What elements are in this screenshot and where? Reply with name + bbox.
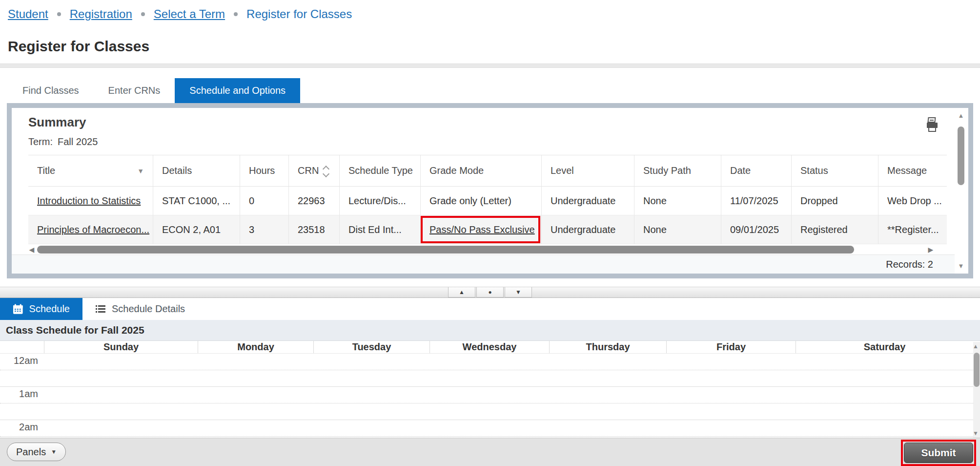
day-header-monday: Monday: [198, 341, 313, 353]
horizontal-scrollbar-track[interactable]: [37, 246, 925, 254]
submit-highlight-box: Submit: [901, 440, 976, 466]
column-menu-icon[interactable]: ▼: [137, 167, 144, 175]
vertical-scrollbar[interactable]: ▲ ▼: [956, 109, 966, 273]
cell-message: Web Drop ...: [878, 187, 947, 215]
cell-level: Undergraduate: [541, 215, 634, 244]
cell-status: Registered: [791, 215, 878, 244]
column-header-message: Message: [878, 155, 947, 187]
scroll-right-icon[interactable]: ▶: [925, 246, 936, 254]
calendar-vertical-scrollbar[interactable]: ▲ ▼: [973, 342, 980, 438]
tab-find-classes[interactable]: Find Classes: [8, 78, 94, 103]
sort-icon[interactable]: [324, 165, 328, 176]
summary-heading: Summary: [28, 115, 86, 130]
grid-line: [0, 403, 973, 403]
cell-message: **Register...: [878, 215, 947, 244]
cell-date: 11/07/2025: [721, 187, 791, 215]
column-header-title[interactable]: Title ▼: [28, 155, 153, 187]
day-header-thursday: Thursday: [549, 341, 666, 353]
calendar-icon: [13, 304, 23, 315]
breadcrumb-item-register-for-classes: Register for Classes: [246, 7, 352, 21]
cell-level: Undergraduate: [541, 187, 634, 215]
term-line: Term:Fall 2025: [28, 136, 98, 148]
tab-enter-crns[interactable]: Enter CRNs: [94, 78, 175, 103]
column-header-grade-mode: Grade Mode: [420, 155, 541, 187]
footer-bar: Panels ▼ Submit: [0, 438, 980, 466]
breadcrumb-item-student[interactable]: Student: [8, 7, 48, 21]
schedule-tab-bar: Schedule Schedule Details: [0, 298, 980, 320]
column-header-date: Date: [721, 155, 791, 187]
cell-details: ECON 2, A01: [153, 215, 240, 244]
scroll-down-icon[interactable]: ▼: [956, 262, 966, 270]
tab-schedule-details[interactable]: Schedule Details: [82, 298, 198, 320]
column-header-hours: Hours: [240, 155, 288, 187]
grid-line: [0, 353, 973, 354]
time-label-2am: 2am: [0, 422, 38, 433]
cell-study-path: None: [634, 215, 721, 244]
course-title-link[interactable]: Introduction to Statistics: [37, 195, 141, 207]
cell-details: STAT C1000, ...: [153, 187, 240, 215]
splitter-expand-up-button[interactable]: ▲: [448, 287, 475, 297]
splitter-expand-down-button[interactable]: ▼: [505, 287, 532, 297]
scroll-up-icon[interactable]: ▲: [956, 112, 966, 119]
scroll-down-icon[interactable]: ▼: [972, 430, 979, 437]
list-icon: [95, 304, 106, 315]
time-label-1am: 1am: [0, 388, 38, 400]
splitter-reset-button[interactable]: ●: [476, 287, 504, 297]
printer-icon[interactable]: [923, 116, 941, 133]
term-label: Term:: [28, 136, 53, 147]
column-header-status: Status: [791, 155, 878, 187]
summary-table: Title ▼ Details Hours CRN Schedule Type …: [28, 155, 947, 244]
course-title-link[interactable]: Principles of Macroecon...: [37, 224, 149, 235]
grid-line: [0, 436, 973, 437]
breadcrumb-separator-dot: [234, 12, 238, 16]
horizontal-scrollbar-thumb[interactable]: [37, 246, 854, 254]
column-header-level: Level: [541, 155, 634, 187]
calendar-day-header-row: Sunday Monday Tuesday Wednesday Thursday…: [0, 341, 973, 353]
horizontal-scrollbar[interactable]: ◀ ▶: [26, 245, 936, 254]
breadcrumb-separator-dot: [141, 12, 145, 16]
calendar-time-gutter: [0, 341, 44, 353]
submit-button[interactable]: Submit: [904, 443, 973, 463]
day-header-friday: Friday: [666, 341, 796, 353]
cell-study-path: None: [634, 187, 721, 215]
records-count: Records: 2: [886, 259, 933, 270]
cell-hours: 3: [240, 215, 288, 244]
cell-date: 09/01/2025: [721, 215, 791, 244]
cell-schedule-type: Lecture/Dis...: [339, 187, 420, 215]
cell-status: Dropped: [791, 187, 878, 215]
vertical-scrollbar-thumb[interactable]: [958, 127, 964, 185]
day-header-sunday: Sunday: [44, 341, 198, 353]
grade-mode-link[interactable]: Pass/No Pass Exclusive: [429, 224, 535, 235]
breadcrumb: Student Registration Select a Term Regis…: [0, 0, 980, 25]
summary-panel: Summary Term:Fall 2025 Title ▼ Details H…: [7, 103, 973, 278]
cell-grade-mode: Pass/No Pass Exclusive: [420, 215, 541, 244]
top-tab-bar: Find Classes Enter CRNs Schedule and Opt…: [8, 78, 300, 103]
grid-line: [0, 420, 973, 420]
weekly-calendar: Sunday Monday Tuesday Wednesday Thursday…: [0, 341, 980, 438]
cell-hours: 0: [240, 187, 288, 215]
breadcrumb-separator-dot: [57, 12, 61, 16]
tab-schedule[interactable]: Schedule: [0, 298, 82, 320]
records-row: Records: 2: [12, 254, 955, 274]
column-header-crn[interactable]: CRN: [288, 155, 339, 187]
panels-button[interactable]: Panels ▼: [7, 443, 66, 461]
term-value: Fall 2025: [58, 136, 98, 147]
grid-line: [0, 386, 973, 387]
time-label-12am: 12am: [0, 355, 38, 366]
calendar-scrollbar-thumb[interactable]: [974, 353, 980, 387]
cell-crn: 22963: [288, 187, 339, 215]
chevron-down-icon: ▼: [51, 448, 57, 455]
tab-schedule-and-options[interactable]: Schedule and Options: [175, 78, 300, 103]
panel-splitter: ▲ ● ▼: [0, 287, 980, 298]
scroll-up-icon[interactable]: ▲: [972, 343, 979, 350]
breadcrumb-item-select-a-term[interactable]: Select a Term: [154, 7, 225, 21]
cell-grade-mode: Grade only (Letter): [420, 187, 541, 215]
column-header-study-path: Study Path: [634, 155, 721, 187]
class-schedule-heading: Class Schedule for Fall 2025: [0, 320, 980, 341]
cell-crn: 23518: [288, 215, 339, 244]
page-title: Register for Classes: [8, 38, 149, 55]
column-header-details: Details: [153, 155, 240, 187]
scroll-left-icon[interactable]: ◀: [26, 246, 37, 254]
day-header-saturday: Saturday: [796, 341, 973, 353]
breadcrumb-item-registration[interactable]: Registration: [70, 7, 132, 21]
